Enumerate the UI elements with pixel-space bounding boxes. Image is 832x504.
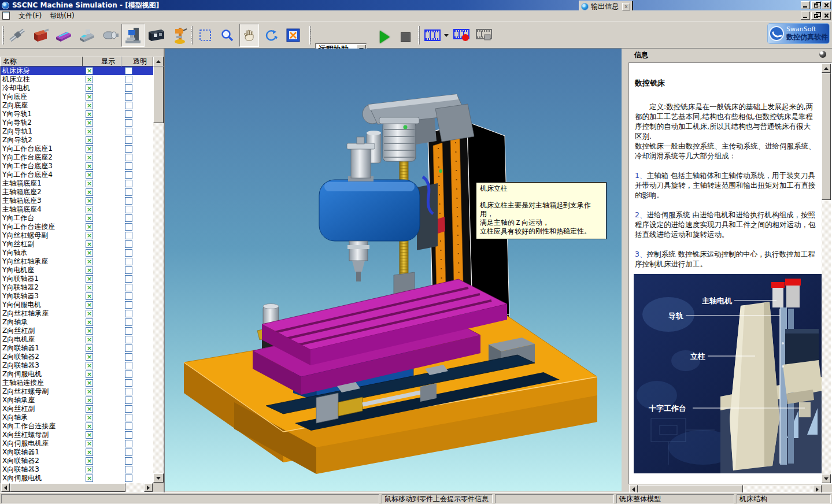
show-checkbox[interactable]: × [86, 84, 93, 92]
show-checkbox[interactable]: × [86, 275, 93, 283]
show-checkbox[interactable]: × [86, 206, 93, 213]
show-checkbox[interactable]: × [86, 162, 93, 170]
scroll-up-button[interactable] [153, 57, 164, 66]
show-checkbox[interactable]: × [86, 457, 93, 465]
menu-help[interactable]: 帮助(H) [46, 10, 78, 21]
show-checkbox[interactable]: × [86, 370, 93, 378]
transparent-checkbox[interactable] [125, 232, 132, 239]
table-row[interactable]: Y向联轴器3× [1, 292, 153, 301]
transparent-checkbox[interactable] [125, 388, 132, 395]
menu-file[interactable]: 文件(F) [14, 10, 46, 21]
table-row[interactable]: Z向轴承× [1, 318, 153, 327]
transparent-checkbox[interactable] [125, 344, 132, 352]
show-checkbox[interactable]: × [86, 292, 93, 300]
stop-record-icon[interactable] [474, 24, 494, 47]
machine-bed-icon[interactable] [75, 24, 98, 47]
table-row[interactable]: Y向丝杠螺母副× [1, 231, 153, 240]
show-checkbox[interactable]: × [86, 76, 93, 83]
toolbar-grip[interactable] [309, 26, 311, 45]
restore-button[interactable] [811, 1, 820, 9]
info-scroll-down-button[interactable] [822, 474, 831, 483]
transparent-checkbox[interactable] [125, 266, 132, 274]
show-checkbox[interactable]: × [86, 171, 93, 179]
transparent-checkbox[interactable] [125, 275, 132, 283]
column-header-show[interactable]: 显示 [83, 57, 121, 66]
table-row[interactable]: 主轴箱连接座× [1, 379, 153, 387]
transparent-checkbox[interactable] [125, 301, 132, 309]
transparent-checkbox[interactable] [125, 336, 132, 343]
transparent-checkbox[interactable] [125, 292, 132, 300]
table-row[interactable]: Z向导轨2× [1, 136, 153, 144]
show-checkbox[interactable]: × [86, 128, 93, 135]
mdi-close-button[interactable] [822, 12, 831, 20]
transparent-checkbox[interactable] [125, 353, 132, 361]
transparent-checkbox[interactable] [125, 440, 132, 447]
record-icon[interactable] [452, 24, 471, 47]
worktable-icon[interactable] [52, 24, 75, 47]
table-row[interactable]: Y向导轨1× [1, 110, 153, 118]
show-checkbox[interactable]: × [86, 475, 93, 482]
show-checkbox[interactable]: × [86, 214, 93, 222]
scroll-down-button[interactable] [153, 473, 164, 483]
milling-machine-icon[interactable] [121, 24, 145, 47]
show-checkbox[interactable]: × [86, 102, 93, 109]
table-row[interactable]: Z向联轴器1× [1, 344, 153, 353]
transparent-checkbox[interactable] [125, 466, 132, 473]
table-row[interactable]: Y向工作台底座2× [1, 153, 153, 162]
lathe-icon[interactable] [145, 24, 168, 47]
transparent-checkbox[interactable] [125, 206, 132, 213]
toolbar-grip[interactable] [2, 26, 4, 45]
table-row[interactable]: Y向工作台底座1× [1, 144, 153, 153]
show-checkbox[interactable]: × [86, 284, 93, 291]
transparent-checkbox[interactable] [125, 475, 132, 482]
fit-view-icon[interactable] [283, 24, 303, 47]
transparent-checkbox[interactable] [125, 76, 132, 83]
table-row[interactable]: 机床立柱× [1, 75, 153, 84]
show-checkbox[interactable]: × [86, 249, 93, 257]
scroll-right-button[interactable] [144, 483, 153, 492]
table-row[interactable]: X向伺服电机座× [1, 439, 153, 448]
show-checkbox[interactable]: × [86, 197, 93, 205]
transparent-checkbox[interactable] [125, 362, 132, 369]
transparent-checkbox[interactable] [125, 431, 132, 439]
table-row[interactable]: Y向底座× [1, 92, 153, 101]
table-row[interactable]: Y向丝杠副× [1, 240, 153, 249]
scroll-thumb[interactable] [10, 483, 125, 492]
transparent-checkbox[interactable] [125, 84, 132, 92]
table-row[interactable]: 主轴箱底座2× [1, 188, 153, 197]
transparent-checkbox[interactable] [125, 370, 132, 378]
transparent-checkbox[interactable] [125, 188, 132, 196]
show-checkbox[interactable]: × [86, 405, 93, 413]
transparent-checkbox[interactable] [125, 93, 132, 101]
transparent-checkbox[interactable] [125, 119, 132, 127]
show-checkbox[interactable]: × [86, 396, 93, 404]
transparent-checkbox[interactable] [125, 223, 132, 231]
table-row[interactable]: Y向导轨2× [1, 118, 153, 127]
show-checkbox[interactable]: × [86, 353, 93, 361]
transparent-checkbox[interactable] [125, 171, 132, 179]
table-row[interactable]: Z向联轴器2× [1, 353, 153, 361]
table-row[interactable]: Z向伺服电机× [1, 370, 153, 379]
table-row[interactable]: Z向联轴器3× [1, 361, 153, 370]
show-checkbox[interactable]: × [86, 362, 93, 369]
table-row[interactable]: 机床床身× [1, 66, 153, 75]
show-checkbox[interactable]: × [86, 449, 93, 456]
show-checkbox[interactable]: × [86, 145, 93, 153]
show-checkbox[interactable]: × [86, 258, 93, 265]
info-scroll-thumb[interactable] [822, 73, 831, 200]
show-checkbox[interactable]: × [86, 232, 93, 239]
transparent-checkbox[interactable] [125, 154, 132, 161]
show-checkbox[interactable]: × [86, 344, 93, 352]
table-row[interactable]: X向联轴器2× [1, 457, 153, 465]
title-bar[interactable]: SSCNC Machine Simulation - [模型视图] [0, 0, 832, 10]
transparent-checkbox[interactable] [125, 327, 132, 335]
show-checkbox[interactable]: × [86, 180, 93, 187]
transparent-checkbox[interactable] [125, 240, 132, 248]
show-checkbox[interactable]: × [86, 318, 93, 326]
play-icon[interactable] [375, 28, 394, 46]
pan-hand-icon[interactable] [239, 24, 259, 47]
scroll-track[interactable] [153, 66, 164, 473]
transparent-checkbox[interactable] [125, 145, 132, 153]
table-row[interactable]: Y向工作台底座3× [1, 162, 153, 171]
table-row[interactable]: X向联轴器3× [1, 465, 153, 474]
